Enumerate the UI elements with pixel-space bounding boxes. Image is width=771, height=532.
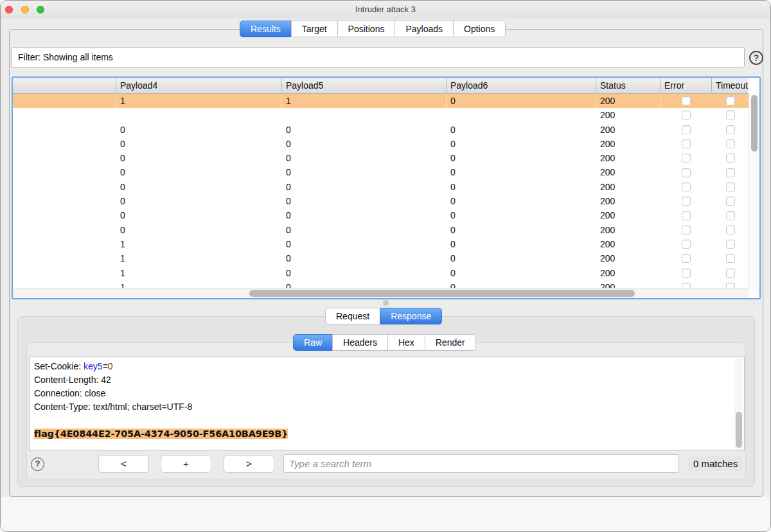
next-match-button[interactable]: > [224, 455, 274, 473]
response-vertical-scrollbar[interactable] [734, 358, 743, 450]
table-row[interactable]: 000200 [13, 123, 749, 137]
table-row[interactable]: 100200 [13, 266, 749, 280]
tab-raw[interactable]: Raw [293, 334, 333, 351]
table-row[interactable]: 000200 [13, 208, 749, 222]
table-cell: 0 [116, 208, 282, 222]
table-cell: 0 [447, 137, 596, 151]
error-checkbox[interactable] [682, 197, 691, 206]
tab-request[interactable]: Request [325, 308, 380, 324]
error-checkbox[interactable] [682, 211, 691, 220]
error-checkbox[interactable] [682, 139, 691, 148]
table-row[interactable]: 100200 [13, 251, 749, 265]
column-header-payload4[interactable]: Payload4 [116, 78, 282, 93]
table-cell: 200 [596, 108, 660, 122]
tab-hex[interactable]: Hex [387, 334, 425, 351]
table-cell: 0 [447, 151, 596, 165]
column-header-error[interactable]: Error [660, 78, 712, 93]
timeout-checkbox[interactable] [726, 226, 735, 235]
table-horizontal-scrollbar[interactable] [13, 288, 749, 298]
table-cell: 0 [447, 266, 596, 280]
timeout-checkbox[interactable] [726, 240, 735, 249]
splitter-handle[interactable] [383, 300, 389, 306]
table-cell: 200 [596, 123, 660, 137]
intruder-window: Intruder attack 3 Results Target Positio… [0, 0, 771, 532]
table-cell: 0 [282, 123, 447, 137]
search-input[interactable] [283, 454, 679, 473]
table-cell [13, 266, 116, 280]
help-icon[interactable]: ? [749, 51, 763, 65]
timeout-checkbox[interactable] [726, 254, 735, 263]
column-header-status[interactable]: Status [596, 78, 660, 93]
table-cell [660, 266, 712, 280]
table-cell [660, 251, 712, 265]
timeout-checkbox[interactable] [726, 168, 735, 177]
table-vertical-scrollbar[interactable] [749, 94, 759, 290]
tab-headers[interactable]: Headers [332, 334, 388, 351]
table-cell: 200 [596, 208, 660, 222]
timeout-checkbox[interactable] [726, 182, 735, 191]
error-checkbox[interactable] [682, 125, 691, 134]
error-checkbox[interactable] [682, 96, 691, 105]
previous-match-button[interactable]: < [98, 455, 149, 473]
table-row[interactable]: 000200 [13, 165, 749, 179]
timeout-checkbox[interactable] [726, 139, 735, 148]
timeout-checkbox[interactable] [726, 125, 735, 134]
tab-payloads[interactable]: Payloads [394, 21, 454, 37]
table-row[interactable]: 110200 [13, 94, 749, 108]
timeout-checkbox[interactable] [726, 197, 735, 206]
response-line: Content-Length: 42 [34, 373, 732, 387]
error-checkbox[interactable] [682, 254, 691, 263]
table-row[interactable]: 000200 [13, 223, 749, 237]
table-row[interactable]: 000200 [13, 137, 749, 151]
tab-response[interactable]: Response [380, 308, 442, 324]
title-bar[interactable]: Intruder attack 3 [1, 1, 770, 19]
timeout-checkbox[interactable] [726, 111, 735, 120]
error-checkbox[interactable] [682, 154, 691, 163]
error-checkbox[interactable] [682, 283, 691, 288]
table-row[interactable]: 100200 [13, 237, 749, 251]
tab-options[interactable]: Options [453, 21, 506, 37]
response-viewer[interactable]: Set-Cookie: key5=0Content-Length: 42Conn… [29, 357, 745, 450]
table-cell: 0 [447, 251, 596, 265]
error-checkbox[interactable] [682, 182, 691, 191]
table-cell [712, 94, 749, 108]
error-checkbox[interactable] [682, 240, 691, 249]
tab-target[interactable]: Target [291, 21, 338, 37]
results-table[interactable]: Payload4 Payload5 Payload6 Status Error … [12, 76, 761, 299]
response-vertical-scrollbar-thumb[interactable] [736, 412, 742, 448]
error-checkbox[interactable] [682, 111, 691, 120]
tab-positions[interactable]: Positions [337, 21, 396, 37]
timeout-checkbox[interactable] [726, 154, 735, 163]
column-header-blank[interactable] [13, 78, 116, 93]
timeout-checkbox[interactable] [726, 269, 735, 278]
table-row[interactable]: 100200 [13, 280, 749, 288]
table-cell: 1 [116, 94, 282, 108]
table-cell [13, 151, 116, 165]
timeout-checkbox[interactable] [726, 283, 735, 288]
error-checkbox[interactable] [682, 226, 691, 235]
table-cell: 0 [447, 180, 596, 194]
table-row[interactable]: 000200 [13, 194, 749, 208]
table-cell: 0 [447, 208, 596, 222]
timeout-checkbox[interactable] [726, 211, 735, 220]
column-header-payload5[interactable]: Payload5 [282, 78, 447, 93]
filter-bar[interactable]: Filter: Showing all items [11, 47, 745, 67]
column-header-timeout[interactable]: Timeout [712, 78, 749, 93]
table-row[interactable]: 200 [13, 108, 749, 122]
table-cell [712, 123, 749, 137]
table-cell: 0 [282, 165, 447, 179]
search-help-icon[interactable]: ? [31, 457, 44, 471]
tab-render[interactable]: Render [425, 334, 476, 351]
table-cell [712, 223, 749, 237]
table-horizontal-scrollbar-thumb[interactable] [249, 290, 635, 297]
add-search-term-button[interactable]: + [161, 455, 211, 473]
table-row[interactable]: 000200 [13, 151, 749, 165]
error-checkbox[interactable] [682, 269, 691, 278]
tab-results[interactable]: Results [240, 21, 292, 37]
error-checkbox[interactable] [682, 168, 691, 177]
table-row[interactable]: 000200 [13, 180, 749, 194]
column-header-payload6[interactable]: Payload6 [447, 78, 596, 93]
table-vertical-scrollbar-thumb[interactable] [751, 95, 758, 152]
table-cell: 0 [282, 237, 447, 251]
timeout-checkbox[interactable] [726, 96, 735, 105]
